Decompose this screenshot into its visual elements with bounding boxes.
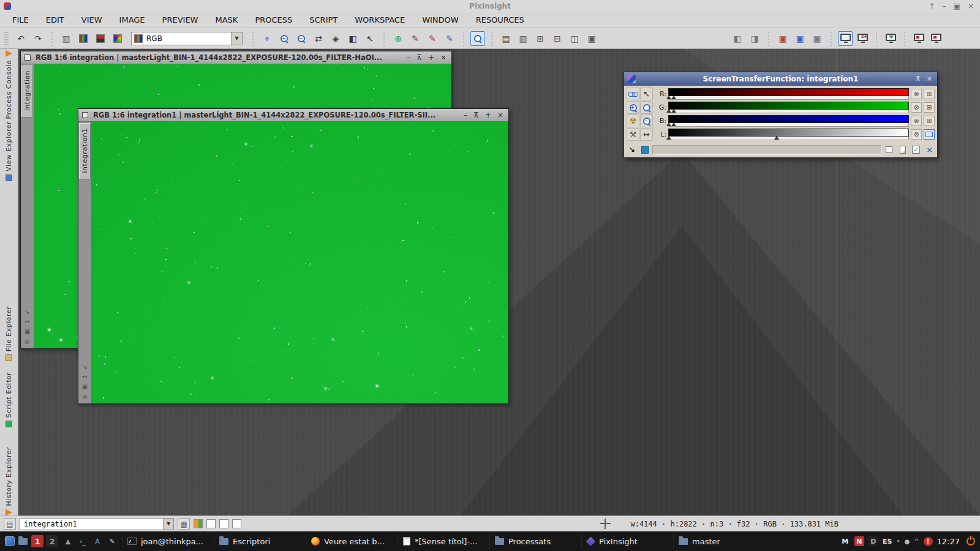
image-window-titlebar[interactable]: RGB 1:6 integration1 | masterLight_BIN-1…: [78, 109, 508, 122]
taskbar-task-pixinsight[interactable]: PixInsight: [581, 534, 673, 549]
track-icon[interactable]: ⊞: [924, 116, 935, 126]
undo-icon[interactable]: ↶: [13, 31, 28, 46]
menu-mask[interactable]: MASK: [215, 15, 238, 24]
midtone-marker[interactable]: [774, 136, 779, 140]
taskbar-task-escriptori[interactable]: Escriptori: [214, 534, 306, 549]
text-editor-icon[interactable]: A: [91, 535, 104, 547]
stf-slider[interactable]: [668, 88, 909, 100]
zoom-in-icon[interactable]: +: [627, 101, 639, 114]
midtone-marker[interactable]: [666, 96, 671, 99]
window-maximize-icon[interactable]: ▣: [954, 0, 960, 12]
window-close-icon[interactable]: ×: [968, 0, 974, 12]
fit-view-icon[interactable]: ⇄: [311, 31, 326, 46]
view-tab-integration[interactable]: integration: [21, 66, 33, 118]
notification-alert-icon[interactable]: !: [924, 537, 933, 546]
image-window-titlebar[interactable]: RGB 1:6 integration | masterLight_BIN-1_…: [21, 51, 451, 64]
terminal-launcher-icon[interactable]: ›_: [77, 535, 89, 547]
color-sample-icon[interactable]: [639, 144, 650, 155]
fit-width-icon[interactable]: ↔: [24, 319, 29, 325]
minimize-icon[interactable]: –: [464, 109, 467, 122]
taskbar-task-processats[interactable]: Processats: [489, 534, 581, 549]
taskbar-task--sense-t-tol-[interactable]: *[Sense títol]-...: [398, 534, 489, 549]
image-view-integration1[interactable]: [92, 122, 508, 403]
screen-gray-icon[interactable]: ▣: [810, 31, 824, 46]
zoom-icon[interactable]: [640, 101, 653, 114]
image-window-integration1[interactable]: RGB 1:6 integration1 | masterLight_BIN-1…: [78, 108, 509, 404]
chevron-down-icon[interactable]: ▼: [231, 32, 242, 45]
new-preview-icon[interactable]: ⊕: [391, 31, 405, 46]
sidebar-item-view-explorer[interactable]: View Explorer: [0, 121, 18, 181]
notes-launcher-icon[interactable]: ✎: [106, 535, 118, 547]
sidebar-item-file-explorer[interactable]: File Explorer: [0, 306, 18, 361]
window-cascade-icon[interactable]: ▣: [584, 31, 599, 46]
track-icon[interactable]: ⊞: [924, 102, 935, 113]
midtone-marker[interactable]: [671, 122, 676, 126]
window-sys-icon[interactable]: [24, 54, 31, 61]
color-swatch[interactable]: [232, 519, 241, 528]
window-tile-icon[interactable]: ◫: [567, 31, 582, 46]
close-icon[interactable]: ×: [927, 72, 932, 86]
window-minimize-icon[interactable]: –: [943, 0, 946, 12]
dock-right-icon[interactable]: ◨: [747, 31, 762, 46]
app-menu-icon[interactable]: [5, 536, 15, 546]
reset-channel-icon[interactable]: ⊗: [911, 129, 922, 140]
maximize-icon[interactable]: +: [485, 109, 491, 122]
stf-titlebar[interactable]: ScreenTransferFunction: integration1 ⊼ ×: [624, 72, 937, 86]
readout-crosshair-icon[interactable]: [600, 519, 611, 529]
readout-cursor-icon[interactable]: ↘: [627, 144, 637, 155]
file-manager-icon[interactable]: [18, 538, 28, 545]
split-view-icon[interactable]: ◧: [345, 31, 360, 46]
midtone-marker[interactable]: [666, 109, 671, 113]
menu-workspace[interactable]: WORKSPACE: [355, 15, 405, 24]
screen-blue-icon[interactable]: ▣: [793, 31, 807, 46]
channel-selector[interactable]: RGB▼: [131, 32, 243, 45]
taskbar-task-joan-thinkpa-[interactable]: joan@thinkpa...: [122, 534, 214, 549]
monitor-send-icon[interactable]: [883, 31, 898, 46]
tray-indicator-d[interactable]: D: [869, 536, 878, 546]
edit-parameters-icon[interactable]: ⚒: [627, 128, 639, 141]
tray-icon-2[interactable]: ^: [914, 538, 919, 545]
track-icon[interactable]: ⊞: [924, 89, 935, 99]
pointer-mode-icon[interactable]: ↖: [363, 31, 377, 46]
midtone-marker[interactable]: [671, 96, 676, 99]
reset-channel-icon[interactable]: ⊗: [911, 116, 922, 126]
monitor-icon[interactable]: [924, 129, 935, 140]
monitor-close-icon[interactable]: [929, 31, 943, 46]
monitor-reset-icon[interactable]: [911, 31, 926, 46]
reset-channel-icon[interactable]: ⊗: [911, 89, 922, 99]
pan-mode-icon[interactable]: ⌖: [260, 31, 274, 46]
readout-icon[interactable]: ◎: [24, 339, 30, 345]
sidebar-item-history-explorer[interactable]: History Explorer: [0, 447, 18, 515]
stf-slider[interactable]: [668, 115, 909, 127]
zoom-out-icon[interactable]: −: [640, 114, 653, 127]
rgb-channels-icon[interactable]: [76, 31, 91, 46]
shade-icon[interactable]: ⊼: [916, 72, 921, 86]
window-sys-icon[interactable]: [82, 112, 88, 118]
maximize-icon[interactable]: +: [428, 51, 434, 64]
zoom-1-1-icon[interactable]: ◈: [328, 31, 343, 46]
tray-icon-1[interactable]: ●: [904, 538, 910, 545]
sidebar-item-script-editor[interactable]: Script Editor: [0, 372, 18, 427]
copy-view-icon[interactable]: ▣: [24, 329, 30, 335]
workspace-button-1[interactable]: 1: [31, 535, 43, 547]
midtone-marker[interactable]: [666, 136, 671, 140]
midtone-marker[interactable]: [666, 122, 671, 126]
menu-window[interactable]: WINDOW: [422, 15, 459, 24]
invert-mask-icon[interactable]: ✎: [442, 31, 457, 46]
copy-view-icon[interactable]: ▣: [82, 384, 88, 390]
menu-process[interactable]: PROCESS: [255, 15, 292, 24]
screen-lut-icon[interactable]: ▥: [59, 31, 74, 46]
menu-resources[interactable]: RESOURCES: [476, 15, 524, 24]
midtone-marker[interactable]: [671, 109, 676, 113]
color-swatch[interactable]: [219, 519, 228, 528]
menu-view[interactable]: VIEW: [81, 15, 102, 24]
reset-channel-icon[interactable]: ⊗: [911, 102, 922, 113]
view-selector[interactable]: integration1 ▼: [20, 518, 174, 530]
enabled-checkbox[interactable]: ✓: [911, 144, 921, 155]
fit-window-icon[interactable]: ↘: [82, 364, 87, 370]
edit-preview-icon[interactable]: ✎: [408, 31, 423, 46]
menu-edit[interactable]: EDIT: [46, 15, 64, 24]
taskbar-task-veure-estat-b-[interactable]: Veure estat b...: [306, 534, 398, 549]
delete-preview-icon[interactable]: ✎: [425, 31, 440, 46]
background-pattern-swatch[interactable]: [194, 519, 203, 528]
